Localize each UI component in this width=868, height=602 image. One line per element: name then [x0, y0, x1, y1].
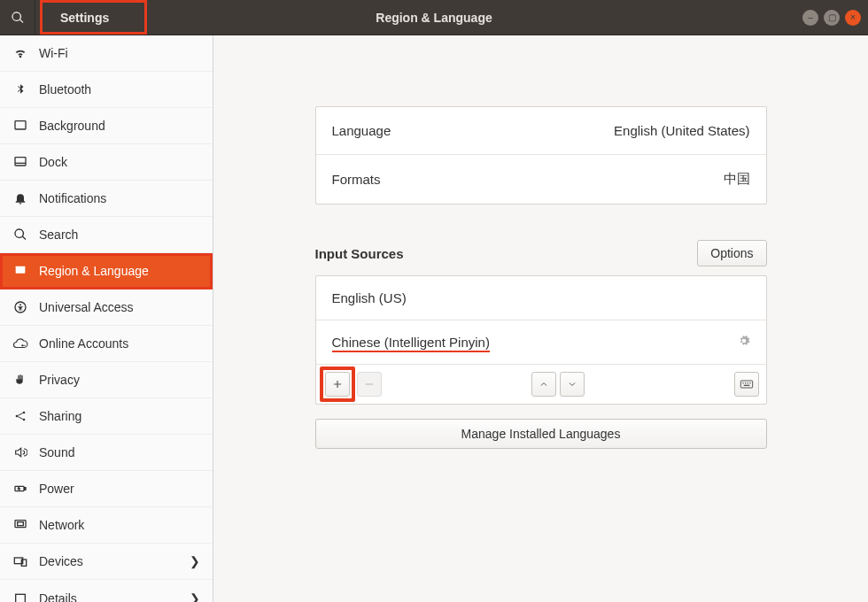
plus-icon [331, 378, 344, 390]
sidebar-item-details[interactable]: Details ❯ [0, 580, 213, 602]
app-title: Settings [40, 0, 147, 35]
sidebar-item-background[interactable]: Background [0, 108, 213, 144]
window-maximize-button[interactable]: ▢ [824, 10, 840, 26]
sidebar-label: Sharing [39, 409, 200, 423]
svg-point-5 [19, 304, 21, 305]
dock-icon [12, 154, 28, 170]
svg-rect-13 [18, 522, 24, 526]
add-input-source-button[interactable] [325, 372, 350, 397]
sidebar: Wi-Fi Bluetooth Background Dock Notifica… [0, 35, 213, 602]
window-close-button[interactable]: × [845, 10, 861, 26]
chevron-up-icon [539, 379, 549, 390]
sidebar-item-search[interactable]: Search [0, 217, 213, 253]
search-icon [11, 11, 25, 25]
svg-rect-18 [740, 381, 752, 388]
devices-icon [12, 553, 28, 569]
window-controls: – ▢ × [802, 10, 861, 26]
sidebar-label: Dock [39, 155, 200, 169]
sidebar-item-sound[interactable]: Sound [0, 435, 213, 471]
manage-languages: Manage Installed Languages [315, 419, 767, 449]
sidebar-item-network[interactable]: Network [0, 507, 213, 544]
background-icon [12, 118, 28, 134]
svg-point-9 [23, 419, 26, 421]
sidebar-label: Search [39, 228, 200, 242]
manage-installed-languages-button[interactable]: Manage Installed Languages [315, 419, 767, 449]
sidebar-item-dock[interactable]: Dock [0, 144, 213, 181]
sidebar-item-privacy[interactable]: Privacy [0, 362, 213, 398]
input-sources-options-button[interactable]: Options [697, 240, 766, 266]
header-search-button[interactable] [0, 0, 35, 35]
sidebar-label: Power [39, 482, 200, 496]
sidebar-label: Privacy [39, 373, 200, 387]
sidebar-label: Notifications [39, 191, 200, 205]
svg-rect-11 [25, 488, 26, 490]
formats-label: Formats [332, 172, 381, 187]
svg-rect-20 [745, 382, 746, 383]
battery-icon [12, 481, 28, 497]
flag-icon [12, 263, 28, 279]
sidebar-label: Details [39, 591, 190, 603]
sidebar-item-power[interactable]: Power [0, 471, 213, 507]
titlebar: Settings Region & Language – ▢ × [0, 0, 868, 35]
cloud-key-icon [12, 336, 28, 351]
bell-icon [12, 190, 28, 206]
sidebar-item-sharing[interactable]: Sharing [0, 398, 213, 435]
content-area: Language English (United States) Formats… [213, 35, 868, 602]
chevron-right-icon: ❯ [190, 554, 200, 568]
speaker-icon [12, 444, 28, 460]
settings-window: Settings Region & Language – ▢ × Wi-Fi B… [0, 0, 868, 602]
share-icon [12, 408, 28, 424]
sidebar-label: Sound [39, 445, 200, 459]
accessibility-icon [12, 299, 28, 315]
input-sources-header: Input Sources Options [315, 240, 767, 266]
language-value: English (United States) [614, 123, 749, 138]
move-up-button[interactable] [531, 372, 556, 397]
sidebar-label: Background [39, 119, 200, 133]
formats-row[interactable]: Formats 中国 [316, 154, 766, 204]
minus-icon [363, 378, 376, 390]
sidebar-label: Wi-Fi [39, 46, 200, 60]
svg-rect-3 [16, 266, 26, 274]
window-minimize-button[interactable]: – [802, 10, 818, 26]
input-sources-heading: Input Sources [315, 246, 404, 261]
sidebar-item-universal-access[interactable]: Universal Access [0, 289, 213, 326]
language-label: Language [332, 123, 391, 138]
input-source-prefs-button[interactable] [738, 335, 750, 350]
svg-rect-23 [743, 385, 749, 386]
formats-value: 中国 [724, 171, 750, 188]
page-title: Region & Language [376, 11, 492, 25]
sidebar-item-bluetooth[interactable]: Bluetooth [0, 72, 213, 108]
svg-rect-19 [742, 382, 743, 383]
sidebar-item-online-accounts[interactable]: Online Accounts [0, 326, 213, 362]
input-sources-toolbar [316, 364, 766, 404]
input-source-name: Chinese (Intelligent Pinyin) [332, 335, 490, 350]
svg-rect-17 [365, 383, 372, 384]
sidebar-item-wifi[interactable]: Wi-Fi [0, 35, 213, 72]
svg-rect-16 [16, 594, 26, 602]
sidebar-item-region-language[interactable]: Region & Language [0, 253, 213, 289]
sidebar-item-notifications[interactable]: Notifications [0, 181, 213, 217]
language-row[interactable]: Language English (United States) [316, 107, 766, 154]
svg-point-8 [23, 412, 26, 414]
sidebar-item-devices[interactable]: Devices ❯ [0, 544, 213, 580]
remove-input-source-button[interactable] [357, 372, 382, 397]
search-icon [12, 227, 28, 243]
input-source-name: English (US) [332, 290, 407, 305]
svg-rect-22 [749, 382, 750, 383]
move-down-button[interactable] [560, 372, 585, 397]
chevron-down-icon [567, 379, 577, 390]
gear-icon [738, 335, 750, 347]
sidebar-label: Devices [39, 554, 190, 568]
region-card: Language English (United States) Formats… [315, 106, 767, 205]
svg-rect-1 [15, 158, 26, 166]
bluetooth-icon [12, 81, 28, 97]
input-sources-card: English (US) Chinese (Intelligent Pinyin… [315, 275, 767, 405]
input-source-row[interactable]: English (US) [316, 276, 766, 320]
wifi-icon [12, 45, 28, 61]
input-source-row[interactable]: Chinese (Intelligent Pinyin) [316, 320, 766, 364]
sidebar-label: Bluetooth [39, 82, 200, 96]
hand-icon [12, 372, 28, 388]
show-keyboard-layout-button[interactable] [734, 372, 759, 397]
svg-rect-21 [747, 382, 748, 383]
keyboard-icon [740, 377, 754, 391]
